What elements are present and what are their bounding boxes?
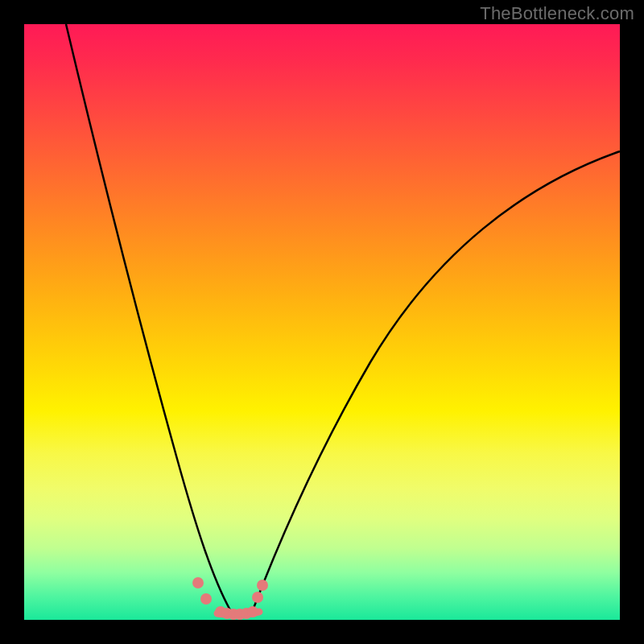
svg-point-9 xyxy=(257,580,268,591)
svg-point-8 xyxy=(252,592,263,603)
left-curve xyxy=(66,24,230,610)
svg-point-0 xyxy=(192,577,204,588)
right-curve xyxy=(253,151,620,610)
watermark-text: TheBottleneck.com xyxy=(480,3,634,24)
curve-layer xyxy=(24,24,620,620)
svg-point-1 xyxy=(200,593,212,605)
chart-frame: TheBottleneck.com xyxy=(0,0,644,644)
plot-area xyxy=(24,24,620,620)
svg-point-7 xyxy=(247,606,258,617)
valley-markers xyxy=(192,577,268,620)
